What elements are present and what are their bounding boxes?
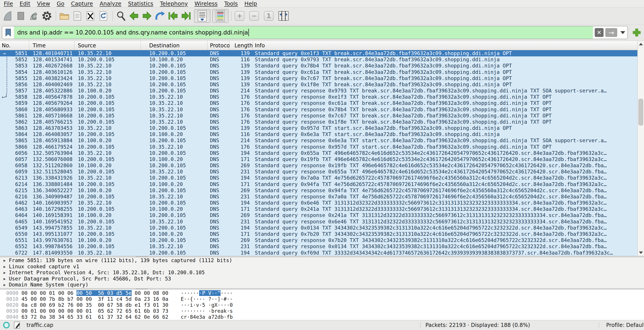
hex-row-0040[interactable]: 004063 72 0a 38 34 65 33 61 61 37 32 64 …	[0, 314, 644, 320]
filter-apply-button[interactable]: →	[605, 28, 617, 37]
colorize-toggle[interactable]	[212, 9, 228, 23]
menu-file[interactable]: File	[0, 1, 16, 7]
packet-row-5866[interactable]: 5866128.46617952410.200.0.10510.35.22.10…	[0, 144, 637, 150]
expand-triangle-icon[interactable]: ▸	[0, 257, 5, 264]
packet-row-6213[interactable]: 6213136.33843192610.35.22.1010.200.0.105…	[0, 175, 637, 181]
column-header-no[interactable]: No.	[0, 41, 29, 50]
resize-columns-button[interactable]	[278, 11, 289, 21]
capture-filename[interactable]: traffic.cap	[26, 322, 53, 328]
packet-row-6552[interactable]: 6552143.99878455610.200.0.10510.35.22.10…	[0, 243, 637, 249]
detail-row[interactable]: ▸Frame 5851: 139 bytes on wire (1112 bit…	[0, 257, 644, 264]
scrollbar-thumb[interactable]	[638, 99, 643, 125]
filter-add-expression-button[interactable]	[632, 28, 642, 37]
go-to-packet-button[interactable]	[155, 11, 165, 21]
menu-wireless[interactable]: Wireless	[191, 1, 221, 7]
packet-row-5851[interactable]: →5851128.40104071110.35.22.1010.200.0.10…	[0, 50, 637, 56]
go-back-button[interactable]	[129, 11, 139, 21]
expand-triangle-icon[interactable]: ▸	[0, 276, 5, 282]
packet-row-5857[interactable]: ┆5857128.40532288610.100.0.2010.200.0.10…	[0, 88, 637, 94]
packet-row-6464[interactable]: 6464140.16915839110.100.0.2010.200.0.105…	[0, 212, 637, 218]
scroll-down-button[interactable]	[638, 250, 644, 255]
profile-label[interactable]: Profile: Default	[606, 322, 644, 328]
packet-row-6057[interactable]: 6057132.50607600810.200.0.10510.100.0.20…	[0, 156, 637, 162]
packet-row-5856[interactable]: ┆5856128.40400246910.35.22.1010.200.0.10…	[0, 81, 637, 88]
stop-capture-button[interactable]	[16, 11, 26, 21]
zoom-original-button[interactable]: 1	[264, 11, 274, 21]
packet-row-5865[interactable]: 5865128.46591388410.100.0.2010.200.0.105…	[0, 137, 637, 144]
packet-row-6551[interactable]: 6551143.99763076110.100.0.2010.200.0.105…	[0, 237, 637, 243]
menu-capture[interactable]: Capture	[68, 1, 96, 7]
packet-row-6216[interactable]: 6216136.34090948710.200.0.10510.35.22.10…	[0, 194, 637, 200]
menu-edit[interactable]: Edit	[16, 1, 34, 7]
packet-row-5854[interactable]: ┆5854128.40361012610.35.22.1010.200.0.10…	[0, 69, 637, 75]
packet-row-5859[interactable]: 5859128.40567926410.200.0.10510.35.22.10…	[0, 100, 637, 106]
menu-view[interactable]: View	[34, 1, 53, 7]
find-packet-button[interactable]	[116, 11, 126, 21]
save-file-button[interactable]	[72, 11, 82, 21]
detail-row[interactable]: ▸Domain Name System (query)	[0, 282, 644, 288]
expert-info-icon[interactable]	[3, 322, 10, 328]
hex-row-0000[interactable]: 000000 00 00 01 00 06 00 50 56 03 d5 5e …	[0, 290, 644, 296]
packet-row-5853[interactable]: ┆5853128.40267266810.35.22.1010.200.0.10…	[0, 63, 637, 69]
packet-row-5862[interactable]: 5862128.40576621510.200.0.10510.35.22.10…	[0, 119, 637, 125]
column-header-source[interactable]: Source	[74, 41, 141, 50]
menu-analyze[interactable]: Analyze	[96, 1, 125, 7]
detail-row[interactable]: ▸Internet Protocol Version 4, Src: 10.35…	[0, 270, 644, 276]
menu-telephony[interactable]: Telephony	[156, 1, 191, 7]
pane-splitter[interactable]	[0, 288, 644, 289]
pane-splitter[interactable]	[0, 256, 644, 257]
packet-row-5852[interactable]: ┆5852128.40153474110.200.0.10510.100.0.2…	[0, 56, 637, 63]
packet-row-6462[interactable]: 6462140.16690395710.35.22.1010.200.0.105…	[0, 200, 637, 206]
packet-row-6056[interactable]: 6056132.50576390410.35.22.1010.200.0.105…	[0, 150, 637, 156]
menu-tools[interactable]: Tools	[221, 1, 241, 7]
packet-row-6058[interactable]: 6058132.51120286010.100.0.2010.200.0.105…	[0, 162, 637, 169]
expand-triangle-icon[interactable]: ▸	[0, 270, 5, 276]
packet-row-5858[interactable]: ←┘5858128.40564787810.200.0.10510.35.22.…	[0, 94, 637, 100]
packet-row-6465[interactable]: 6465140.16954195210.200.0.10510.35.22.10…	[0, 218, 637, 225]
packet-row-5863[interactable]: 5863128.46370345310.35.22.1010.200.0.105…	[0, 125, 637, 131]
auto-scroll-toggle[interactable]	[194, 9, 210, 23]
go-forward-button[interactable]	[142, 11, 152, 21]
menu-go[interactable]: Go	[54, 1, 68, 7]
zoom-in-button[interactable]: +	[235, 11, 244, 21]
close-file-button[interactable]	[85, 11, 96, 21]
detail-row[interactable]: ▸Linux cooked capture v1	[0, 264, 644, 270]
column-header-destination[interactable]: Destination	[141, 41, 208, 50]
packet-row-6215[interactable]: 6215136.34065222710.100.0.2010.200.0.105…	[0, 187, 637, 194]
display-filter-field[interactable]: dns and ip.addr == 10.200.0.105 and dns.…	[2, 26, 628, 39]
packet-row-6463[interactable]: 6463140.16729825510.200.0.10510.100.0.20…	[0, 206, 637, 212]
scroll-up-button[interactable]	[638, 41, 644, 47]
hex-row-0030[interactable]: 003000 01 00 00 00 00 00 01 05 62 72 65 …	[0, 308, 644, 314]
start-capture-button[interactable]	[3, 11, 13, 21]
column-header-time[interactable]: Time	[29, 41, 74, 50]
packet-row-5861[interactable]: 5861128.40571066810.200.0.10510.35.22.10…	[0, 113, 637, 119]
detail-row[interactable]: ▸User Datagram Protocol, Src Port: 45686…	[0, 276, 644, 282]
column-header-info[interactable]: Info	[252, 41, 637, 50]
packet-list-scrollbar[interactable]	[637, 41, 644, 256]
capture-options-button[interactable]	[42, 11, 52, 21]
packet-row-5855[interactable]: ┆5855128.40382342410.35.22.1010.200.0.10…	[0, 75, 637, 81]
column-header-protocol[interactable]: Protocol	[208, 41, 230, 50]
expand-triangle-icon[interactable]: ▸	[0, 264, 5, 270]
filter-clear-button[interactable]: ✕	[595, 28, 604, 37]
go-first-packet-button[interactable]	[168, 11, 178, 21]
restart-capture-button[interactable]	[29, 11, 39, 21]
packet-row-6059[interactable]: 6059132.51152804510.200.0.10510.35.22.10…	[0, 169, 637, 175]
go-last-packet-button[interactable]	[181, 11, 191, 21]
menu-help[interactable]: Help	[241, 1, 260, 7]
reload-file-button[interactable]	[98, 11, 108, 21]
packet-row-5864[interactable]: 5864128.46408305710.200.0.10510.100.0.20…	[0, 131, 637, 137]
open-file-button[interactable]	[59, 11, 70, 21]
packet-row-6214[interactable]: 6214136.33880148410.200.0.10510.100.0.20…	[0, 181, 637, 187]
display-filter-input[interactable]: dns and ip.addr == 10.200.0.105 and dns.…	[14, 26, 593, 39]
filter-bookmark-button[interactable]	[2, 26, 14, 39]
hex-row-0020[interactable]: 00200a c8 00 69 b2 76 00 35 00 67 58 db …	[0, 302, 644, 308]
packet-row-6722[interactable]: 6722147.81409355010.35.22.1010.200.0.105…	[0, 250, 637, 256]
column-header-length[interactable]: Length	[230, 41, 252, 50]
packet-row-5860[interactable]: 5860128.40568093310.200.0.10510.35.22.10…	[0, 106, 637, 113]
packet-row-6550[interactable]: 6550143.99513107710.200.0.10510.100.0.20…	[0, 231, 637, 237]
packet-row-6549[interactable]: 6549143.99475785510.35.22.1010.200.0.105…	[0, 225, 637, 231]
chevron-down-icon[interactable]	[620, 31, 625, 34]
menu-statistics[interactable]: Statistics	[125, 1, 156, 7]
expand-triangle-icon[interactable]: ▸	[0, 282, 5, 288]
